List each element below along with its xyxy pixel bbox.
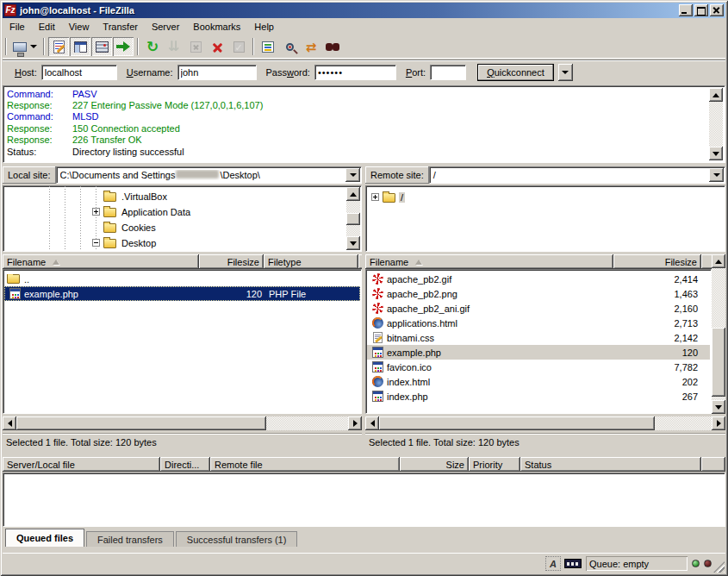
file-row[interactable]: applications.html2,713 bbox=[367, 316, 710, 330]
tab-successful-transfers[interactable]: Successful transfers (1) bbox=[176, 531, 298, 547]
transfer-type-indicator-icon[interactable]: A bbox=[546, 557, 560, 570]
host-input[interactable] bbox=[41, 65, 117, 80]
scroll-down-button[interactable] bbox=[709, 147, 723, 160]
column-header-priority[interactable]: Priority bbox=[469, 457, 520, 472]
remote-list-scrollbar[interactable] bbox=[712, 254, 725, 414]
column-header-size[interactable]: Size bbox=[400, 457, 469, 472]
expand-plus-icon[interactable] bbox=[92, 208, 100, 216]
local-horizontal-scrollbar[interactable] bbox=[3, 416, 362, 430]
scroll-thumb[interactable] bbox=[16, 416, 266, 430]
remote-site-combobox[interactable]: / bbox=[429, 166, 725, 184]
local-site-combobox[interactable]: C:\Documents and Settings\Desktop\ bbox=[56, 166, 362, 184]
file-row[interactable]: index.html202 bbox=[367, 374, 710, 389]
scroll-up-button[interactable] bbox=[712, 254, 725, 268]
minimize-button[interactable] bbox=[679, 4, 693, 16]
scroll-left-button[interactable] bbox=[365, 416, 379, 430]
resize-grip[interactable] bbox=[713, 561, 725, 573]
column-header-remote-file[interactable]: Remote file bbox=[210, 457, 400, 472]
column-header-filename[interactable]: Filename bbox=[3, 254, 199, 269]
menu-edit[interactable]: Edit bbox=[32, 19, 62, 34]
tree-item-root[interactable]: / bbox=[371, 190, 405, 204]
tab-failed-transfers[interactable]: Failed transfers bbox=[86, 531, 174, 547]
username-input[interactable] bbox=[177, 65, 257, 80]
column-header-filename[interactable]: Filename bbox=[365, 254, 613, 269]
quickconnect-dropdown-button[interactable] bbox=[558, 64, 573, 81]
filters-button[interactable] bbox=[258, 37, 278, 56]
filezilla-logo-icon[interactable]: Fz bbox=[4, 4, 16, 16]
scroll-up-button[interactable] bbox=[709, 88, 723, 102]
close-button[interactable] bbox=[710, 4, 724, 16]
maximize-button[interactable] bbox=[694, 4, 708, 16]
file-row[interactable]: favicon.ico7,782 bbox=[367, 360, 710, 374]
port-input[interactable] bbox=[430, 65, 466, 80]
file-row[interactable]: apache_pb2.png1,463 bbox=[367, 286, 710, 301]
menu-view[interactable]: View bbox=[62, 19, 96, 34]
synchronized-browsing-button[interactable]: ⇄ bbox=[301, 37, 321, 56]
menu-help[interactable]: Help bbox=[247, 19, 281, 34]
scroll-down-button[interactable] bbox=[346, 236, 360, 250]
log-scrollbar[interactable] bbox=[709, 88, 723, 160]
menu-bookmarks[interactable]: Bookmarks bbox=[186, 19, 247, 34]
tree-item-cookies[interactable]: Cookies bbox=[92, 220, 158, 235]
local-tree-scrollbar[interactable] bbox=[346, 187, 360, 250]
quickconnect-button[interactable]: Quickconnect bbox=[477, 64, 554, 81]
find-files-button[interactable] bbox=[322, 37, 343, 56]
password-input[interactable] bbox=[314, 65, 396, 80]
column-header-filesize[interactable]: Filesize bbox=[199, 254, 264, 269]
scroll-thumb[interactable] bbox=[346, 213, 360, 225]
queue-header: Server/Local file Directi... Remote file… bbox=[3, 457, 725, 473]
site-manager-button[interactable] bbox=[10, 37, 40, 56]
file-row-example-php[interactable]: example.php120 bbox=[367, 345, 710, 360]
column-header-filetype[interactable]: Filetype bbox=[264, 254, 358, 269]
toggle-local-tree-button[interactable] bbox=[70, 37, 90, 56]
scroll-track[interactable] bbox=[709, 102, 723, 147]
file-row[interactable]: index.php267 bbox=[367, 389, 710, 404]
tab-queued-files[interactable]: Queued files bbox=[5, 529, 84, 547]
password-label: Password: bbox=[266, 67, 310, 78]
local-site-dropdown-button[interactable] bbox=[345, 168, 360, 182]
collapse-minus-icon[interactable] bbox=[92, 239, 100, 247]
expand-plus-icon[interactable] bbox=[371, 193, 379, 201]
scroll-thumb[interactable] bbox=[379, 416, 655, 430]
toggle-remote-tree-button[interactable] bbox=[91, 37, 112, 56]
column-header-status[interactable]: Status bbox=[520, 457, 701, 472]
tree-item-application-data[interactable]: Application Data bbox=[92, 204, 192, 219]
cancel-operation-button[interactable] bbox=[185, 37, 206, 56]
queue-tabs: Queued files Failed transfers Successful… bbox=[5, 529, 297, 547]
refresh-button[interactable]: ↻ bbox=[142, 37, 163, 56]
speed-limits-indicator-icon[interactable] bbox=[564, 559, 582, 568]
quickconnect-bar: Host: Username: Password: Port: Quickcon… bbox=[3, 59, 725, 85]
file-row-parent[interactable]: .. bbox=[4, 272, 360, 286]
remote-site-dropdown-button[interactable] bbox=[709, 168, 724, 182]
column-header-direction[interactable]: Directi... bbox=[160, 457, 210, 472]
column-header-filesize[interactable]: Filesize bbox=[613, 254, 701, 269]
scroll-down-button[interactable] bbox=[712, 400, 725, 414]
tree-item-virtualbox[interactable]: .VirtualBox bbox=[92, 189, 169, 203]
column-header-server-local-file[interactable]: Server/Local file bbox=[3, 457, 160, 472]
arrow-left-icon bbox=[8, 420, 12, 427]
scroll-right-button[interactable] bbox=[348, 416, 362, 430]
process-queue-button[interactable]: ⇊ bbox=[164, 37, 184, 56]
file-row-example-php[interactable]: example.php 120 PHP File 1 bbox=[4, 286, 360, 301]
file-row[interactable]: bitnami.css2,142 bbox=[367, 330, 710, 345]
sync-browsing-icon: ⇄ bbox=[306, 41, 317, 53]
reconnect-button[interactable]: ✓ bbox=[228, 37, 249, 56]
directory-comparison-button[interactable] bbox=[279, 37, 300, 56]
disconnect-button[interactable] bbox=[207, 37, 227, 56]
scroll-thumb[interactable] bbox=[712, 328, 725, 397]
toggle-message-log-button[interactable] bbox=[48, 37, 69, 56]
arrow-down-icon bbox=[715, 405, 722, 410]
menu-server[interactable]: Server bbox=[145, 19, 186, 34]
scroll-left-button[interactable] bbox=[3, 416, 16, 430]
tree-item-desktop[interactable]: Desktop bbox=[92, 235, 158, 250]
scroll-right-button[interactable] bbox=[712, 416, 725, 430]
file-row[interactable]: apache_pb2.gif2,414 bbox=[367, 272, 710, 286]
remote-horizontal-scrollbar[interactable] bbox=[365, 416, 725, 430]
menu-file[interactable]: File bbox=[3, 19, 32, 34]
file-row[interactable]: apache_pb2_ani.gif2,160 bbox=[367, 301, 710, 316]
toggle-transfer-queue-button[interactable] bbox=[113, 37, 134, 56]
menu-transfer[interactable]: Transfer bbox=[96, 19, 145, 34]
column-header-filler bbox=[701, 457, 725, 472]
toolbar-grip bbox=[5, 38, 7, 55]
scroll-up-button[interactable] bbox=[346, 187, 360, 201]
